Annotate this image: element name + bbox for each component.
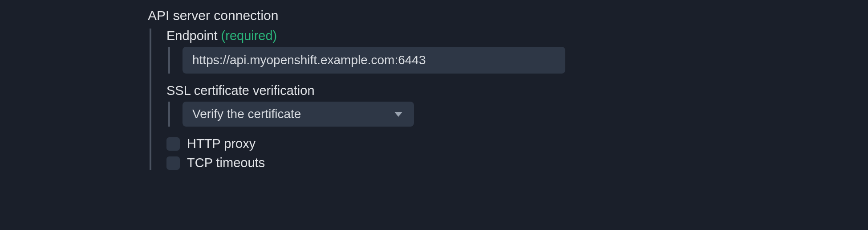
http-proxy-row: HTTP proxy bbox=[166, 136, 868, 151]
http-proxy-label: HTTP proxy bbox=[187, 136, 256, 151]
chevron-down-icon bbox=[394, 112, 402, 117]
endpoint-input[interactable] bbox=[183, 47, 565, 74]
ssl-label: SSL certificate verification bbox=[166, 83, 868, 98]
ssl-field: SSL certificate verification Verify the … bbox=[166, 83, 868, 127]
ssl-select[interactable]: Verify the certificate bbox=[183, 102, 414, 127]
tcp-timeouts-label: TCP timeouts bbox=[187, 156, 265, 170]
api-server-connection-section: API server connection Endpoint (required… bbox=[148, 8, 868, 170]
endpoint-control bbox=[168, 47, 868, 74]
endpoint-label-row: Endpoint (required) bbox=[166, 29, 868, 43]
section-title: API server connection bbox=[148, 8, 868, 23]
ssl-control: Verify the certificate bbox=[168, 102, 868, 127]
tcp-timeouts-checkbox[interactable] bbox=[166, 156, 180, 170]
http-proxy-checkbox[interactable] bbox=[166, 137, 180, 151]
ssl-select-value: Verify the certificate bbox=[192, 107, 301, 121]
required-tag: (required) bbox=[221, 29, 277, 43]
endpoint-field: Endpoint (required) bbox=[166, 29, 868, 74]
section-body: Endpoint (required) SSL certificate veri… bbox=[150, 29, 868, 170]
tcp-timeouts-row: TCP timeouts bbox=[166, 156, 868, 170]
endpoint-label: Endpoint bbox=[166, 29, 218, 43]
